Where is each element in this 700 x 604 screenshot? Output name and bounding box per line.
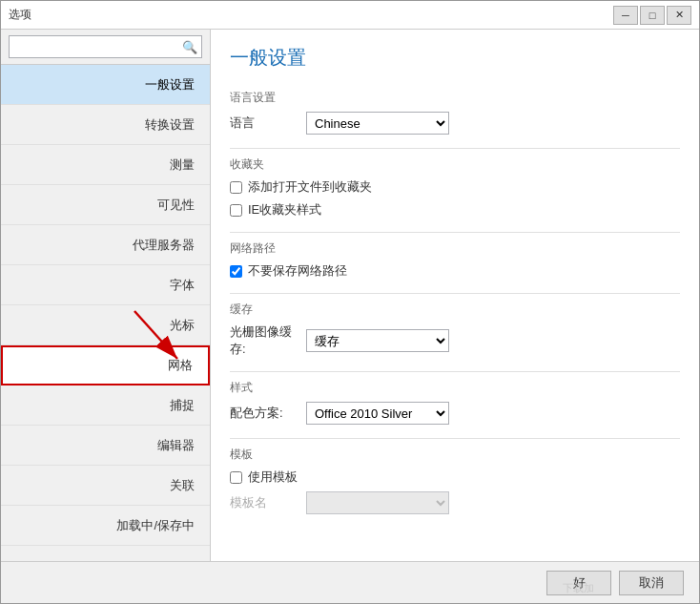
- sidebar-item-label: 网格: [168, 357, 193, 374]
- sidebar-item-label: 转换设置: [145, 116, 195, 134]
- section-cache: 缓存 光栅图像缓存: 缓存 不缓存: [230, 302, 680, 358]
- sidebar-item-label: 测量: [170, 156, 195, 174]
- watermark: 下载加: [563, 581, 594, 595]
- titlebar: 选项 ─ □ ✕: [1, 1, 699, 30]
- ie-favorites-label: IE收藏夹样式: [248, 201, 321, 219]
- sidebar-item-label: 加载中/保存中: [116, 517, 195, 534]
- minimize-button[interactable]: ─: [613, 6, 638, 25]
- main-panel: 一般设置 语言设置 语言 Chinese English 收藏夹 添加: [211, 30, 699, 561]
- style-select[interactable]: Office 2010 Silver Office 2007 Blue Clas…: [306, 402, 449, 425]
- sidebar-item-label: 光标: [170, 317, 195, 334]
- sidebar-item-label: 捕捉: [170, 397, 195, 414]
- sidebar-item-general[interactable]: 一般设置: [1, 65, 210, 105]
- ie-favorites-checkbox[interactable]: [230, 204, 242, 217]
- style-field-label: 配色方案:: [230, 405, 306, 422]
- sidebar-item-cursor[interactable]: 光标: [1, 305, 210, 345]
- sidebar-item-grid[interactable]: 网格: [1, 345, 210, 385]
- cache-field-row: 光栅图像缓存: 缓存 不缓存: [230, 323, 680, 358]
- section-template: 模板 使用模板 模板名: [230, 447, 680, 514]
- divider-5: [230, 438, 680, 439]
- language-select[interactable]: Chinese English: [306, 112, 449, 135]
- language-section-label: 语言设置: [230, 90, 680, 106]
- cache-field-label: 光栅图像缓存:: [230, 323, 306, 358]
- no-save-network-row: 不要保存网络路径: [230, 262, 680, 280]
- template-name-row: 模板名: [230, 491, 680, 514]
- divider-3: [230, 293, 680, 294]
- template-name-label: 模板名: [230, 494, 306, 511]
- sidebar-item-proxy[interactable]: 代理服务器: [1, 225, 210, 265]
- footer: 下载加 好 取消: [1, 561, 699, 603]
- template-section-label: 模板: [230, 447, 680, 463]
- sidebar-item-font[interactable]: 字体: [1, 265, 210, 305]
- maximize-button[interactable]: □: [640, 6, 665, 25]
- sidebar-item-label: 编辑器: [157, 437, 195, 454]
- no-save-network-label: 不要保存网络路径: [248, 262, 347, 280]
- nav-list: 一般设置 转换设置 测量 可见性 代理服务器 字体 光标: [1, 65, 210, 561]
- sidebar-item-capture[interactable]: 捕捉: [1, 385, 210, 426]
- use-template-checkbox[interactable]: [230, 471, 242, 484]
- sidebar: 🔍 一般设置 转换设置 测量 可见性 代理服务器: [1, 30, 211, 561]
- sidebar-item-label: 一般设置: [145, 76, 195, 94]
- sidebar-item-convert[interactable]: 转换设置: [1, 105, 210, 145]
- cache-section-label: 缓存: [230, 302, 680, 318]
- panel-title: 一般设置: [230, 45, 680, 76]
- divider-4: [230, 371, 680, 372]
- section-style: 样式 配色方案: Office 2010 Silver Office 2007 …: [230, 380, 680, 425]
- sidebar-item-label: 代理服务器: [133, 237, 195, 254]
- sidebar-item-label: 关联: [170, 477, 195, 494]
- add-to-favorites-label: 添加打开文件到收藏夹: [248, 178, 372, 196]
- search-icon[interactable]: 🔍: [182, 40, 197, 54]
- options-window: 选项 ─ □ ✕ 🔍 一般设置 转换设置: [0, 0, 700, 604]
- favorites-section-label: 收藏夹: [230, 156, 680, 173]
- sidebar-item-measure[interactable]: 测量: [1, 145, 210, 185]
- sidebar-item-label: 字体: [170, 277, 195, 294]
- search-box: 🔍: [1, 30, 210, 65]
- titlebar-buttons: ─ □ ✕: [613, 6, 691, 25]
- section-network: 网络路径 不要保存网络路径: [230, 240, 680, 280]
- sidebar-item-association[interactable]: 关联: [1, 466, 210, 506]
- style-field-row: 配色方案: Office 2010 Silver Office 2007 Blu…: [230, 402, 680, 425]
- section-language: 语言设置 语言 Chinese English: [230, 90, 680, 135]
- cancel-button[interactable]: 取消: [619, 571, 684, 595]
- sidebar-item-visibility[interactable]: 可见性: [1, 185, 210, 225]
- search-wrap: 🔍: [9, 35, 202, 58]
- use-template-row: 使用模板: [230, 469, 680, 486]
- add-to-favorites-row: 添加打开文件到收藏夹: [230, 178, 680, 196]
- window-title: 选项: [9, 7, 31, 23]
- sidebar-item-label: 可见性: [157, 197, 195, 214]
- template-name-select[interactable]: [306, 491, 449, 514]
- language-field-row: 语言 Chinese English: [230, 112, 680, 135]
- search-input[interactable]: [13, 40, 182, 54]
- sidebar-item-editor[interactable]: 编辑器: [1, 426, 210, 466]
- style-section-label: 样式: [230, 380, 680, 396]
- network-section-label: 网络路径: [230, 240, 680, 257]
- divider-2: [230, 232, 680, 233]
- sidebar-item-loading[interactable]: 加载中/保存中: [1, 506, 210, 546]
- add-to-favorites-checkbox[interactable]: [230, 181, 242, 194]
- use-template-label: 使用模板: [248, 469, 298, 486]
- ie-favorites-row: IE收藏夹样式: [230, 201, 680, 219]
- main-content: 🔍 一般设置 转换设置 测量 可见性 代理服务器: [1, 30, 699, 561]
- close-button[interactable]: ✕: [667, 6, 691, 25]
- language-field-label: 语言: [230, 115, 306, 132]
- no-save-network-checkbox[interactable]: [230, 265, 242, 278]
- cache-select[interactable]: 缓存 不缓存: [306, 329, 449, 352]
- section-favorites: 收藏夹 添加打开文件到收藏夹 IE收藏夹样式: [230, 156, 680, 219]
- divider-1: [230, 148, 680, 149]
